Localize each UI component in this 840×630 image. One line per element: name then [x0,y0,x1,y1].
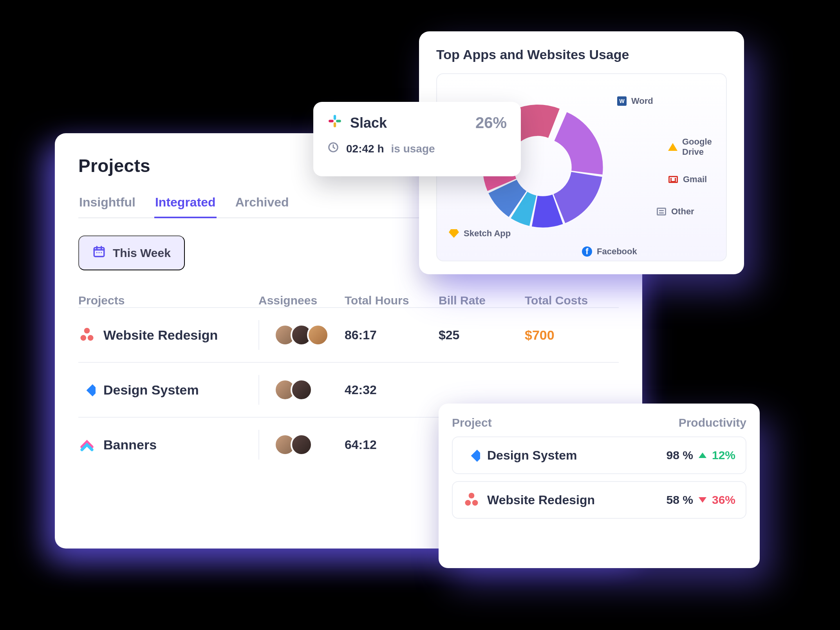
word-icon: W [617,96,627,106]
productivity-row[interactable]: Website Redesign 58 % 36% [452,481,746,519]
avatar [291,434,313,456]
legend-sketch[interactable]: Sketch App [449,228,511,239]
legend-label: Other [671,206,694,217]
tooltip-app-name: Slack [350,115,387,131]
svg-point-6 [88,335,94,341]
tooltip-suffix: is usage [391,143,435,155]
filter-this-week[interactable]: This Week [78,235,185,270]
svg-point-2 [99,252,100,253]
productivity-delta: 12% [712,449,735,462]
asana-icon [78,326,96,344]
col-total-hours: Total Hours [345,294,439,307]
legend-gmail[interactable]: Gmail [668,174,707,185]
filter-label: This Week [113,246,171,260]
legend-label: Sketch App [464,228,511,239]
svg-point-4 [84,328,90,334]
productivity-header: Project Productivity [452,416,746,429]
project-name: Design System [103,382,199,398]
legend-label: Google Drive [682,137,726,157]
tab-archived[interactable]: Archived [235,192,290,217]
productivity-value: 98 % [667,449,693,462]
project-name: Banners [103,437,157,453]
legend-label: Word [631,96,653,106]
trend-down-icon [699,497,706,503]
total-costs: $700 [525,328,611,343]
slack-icon [327,114,342,132]
facebook-icon: f [582,246,592,257]
total-hours: 86:17 [345,328,439,342]
svg-rect-9 [336,120,341,122]
productivity-row[interactable]: Design System 98 % 12% [452,436,746,474]
divider [258,375,259,405]
donut-segment-google-drive[interactable] [553,172,602,223]
project-name: Website Redesign [103,328,218,343]
legend-facebook[interactable]: fFacebook [582,246,637,257]
google-drive-icon [668,142,677,152]
assignee-avatars [274,379,313,401]
project-name: Website Redesign [487,493,595,507]
asana-icon [463,491,480,509]
bill-rate: $25 [439,328,525,342]
legend-label: Facebook [597,246,637,257]
assignee-avatars [274,434,313,456]
col-bill-rate: Bill Rate [439,294,525,307]
sketch-icon [449,228,459,239]
svg-point-15 [465,500,471,506]
col-project: Project [452,416,492,429]
svg-rect-0 [94,248,104,257]
projects-table-header: Projects Assignees Total Hours Bill Rate… [78,294,619,307]
col-assignees: Assignees [258,294,345,307]
divider [258,430,259,460]
donut-segment-word[interactable] [555,112,603,174]
svg-rect-10 [334,122,336,127]
divider [258,320,259,350]
svg-point-1 [96,252,98,253]
clickup-icon [78,436,96,453]
svg-point-3 [101,252,102,253]
legend-other[interactable]: Other [656,206,694,217]
apps-title: Top Apps and Websites Usage [436,47,727,62]
col-productivity: Productivity [679,416,746,429]
svg-point-16 [472,500,478,506]
col-total-costs: Total Costs [525,294,611,307]
productivity-card: Project Productivity Design System 98 % … [439,404,760,568]
legend-google-drive[interactable]: Google Drive [668,137,726,157]
assignee-avatars [274,324,329,346]
tooltip-percent: 26% [475,114,507,132]
app-usage-tooltip: Slack 26% 02:42 h is usage [313,102,521,176]
calendar-icon [92,245,106,261]
tooltip-time: 02:42 h [346,143,384,155]
svg-rect-13 [471,450,480,462]
avatar [307,324,329,346]
svg-point-14 [469,493,475,499]
trend-up-icon [699,453,706,458]
tab-integrated[interactable]: Integrated [154,192,217,217]
tab-insightful[interactable]: Insightful [78,192,136,217]
svg-rect-11 [329,120,334,122]
legend-word[interactable]: WWord [617,96,653,106]
total-hours: 64:12 [345,438,439,452]
productivity-value: 58 % [667,493,693,507]
avatar [291,379,313,401]
projects-table-row[interactable]: Website Redesign 86:17 $25 $700 [78,307,619,362]
jira-icon [463,447,480,464]
total-hours: 42:32 [345,383,439,397]
jira-icon [78,381,96,398]
legend-label: Gmail [683,174,707,185]
gmail-icon [668,174,678,185]
project-name: Design System [487,448,577,463]
svg-point-5 [81,335,87,341]
productivity-delta: 36% [712,493,735,507]
clock-icon [327,141,339,156]
col-projects: Projects [78,294,258,307]
svg-rect-8 [334,115,336,120]
svg-rect-7 [87,384,96,396]
list-icon [656,206,667,217]
